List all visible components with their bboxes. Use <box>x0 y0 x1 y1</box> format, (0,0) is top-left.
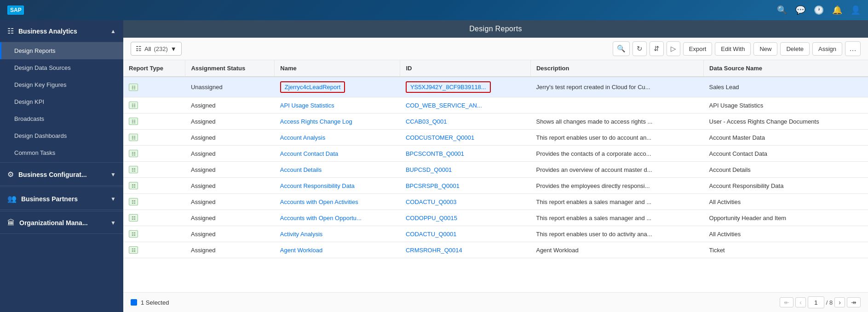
table-row[interactable]: ☷AssignedAgent WorkloadCRMSROHR_Q0014Age… <box>123 242 868 258</box>
search-icon[interactable]: 🔍 <box>777 5 787 15</box>
sidebar-item-common-tasks[interactable]: Common Tasks <box>0 144 123 161</box>
report-id-link[interactable]: CODACTU_Q0001 <box>406 231 457 238</box>
prev-page-button[interactable]: ‹ <box>795 297 806 307</box>
org-management-label: Organizational Mana... <box>19 219 88 227</box>
chevron-down-icon-1: ▼ <box>110 171 116 178</box>
cell-name: Agent Workload <box>275 242 400 258</box>
cell-id: BPCSRSPB_Q0001 <box>400 178 531 194</box>
last-page-button[interactable]: ↠ <box>847 297 861 307</box>
section-icon-group-4: 🏛 Organizational Mana... <box>7 219 88 227</box>
top-header: SAP 🔍 💬 🕐 🔔 👤 <box>0 0 868 20</box>
table-row[interactable]: ☷AssignedAccess Rights Change LogCCAB03_… <box>123 113 868 130</box>
report-name-link[interactable]: Activity Analysis <box>280 231 322 238</box>
cell-report-type: ☷ <box>123 194 185 210</box>
reports-table: Report Type Assignment Status Name ID De… <box>123 60 868 258</box>
sidebar-section-org-management[interactable]: 🏛 Organizational Mana... ▼ <box>0 212 123 234</box>
table-row[interactable]: ☷UnassignedZjerryc4cLeadReportYS5XJ942Y_… <box>123 77 868 97</box>
clock-icon[interactable]: 🕐 <box>814 5 824 15</box>
table-row[interactable]: ☷AssignedAccounts with Open ActivitiesCO… <box>123 194 868 210</box>
user-icon[interactable]: 👤 <box>851 5 861 15</box>
cell-description <box>530 97 703 113</box>
first-page-button[interactable]: ↞ <box>780 297 793 307</box>
sidebar-item-design-key-figures[interactable]: Design Key Figures <box>0 76 123 93</box>
cell-report-type: ☷ <box>123 77 185 97</box>
sidebar-item-broadcasts[interactable]: Broadcasts <box>0 110 123 127</box>
report-name-link[interactable]: Access Rights Change Log <box>280 118 352 125</box>
sidebar-separator-3 <box>0 211 123 211</box>
col-description: Description <box>530 60 703 77</box>
filter-button[interactable]: ▷ <box>667 41 680 56</box>
report-name-link[interactable]: Accounts with Open Opportu... <box>280 215 362 221</box>
next-page-button[interactable]: › <box>834 297 845 307</box>
sort-button[interactable]: ⇵ <box>650 41 664 56</box>
message-icon[interactable]: 💬 <box>795 5 805 15</box>
chevron-down-icon-3: ▼ <box>110 220 116 226</box>
cell-description: Provides the contacts of a corporate acc… <box>530 146 703 162</box>
cell-assignment-status: Assigned <box>185 194 275 210</box>
cell-id: BPCSCONTB_Q0001 <box>400 146 531 162</box>
table-row[interactable]: ☷AssignedAccount AnalysisCODCUSTOMER_Q00… <box>123 130 868 146</box>
chevron-down-icon-2: ▼ <box>110 196 116 202</box>
table-row[interactable]: ☷AssignedAccount Responsibility DataBPCS… <box>123 178 868 194</box>
gear-icon: ⚙ <box>7 170 14 179</box>
cell-data-source-name: All Activities <box>704 194 868 210</box>
report-name-link[interactable]: Account Details <box>280 166 322 173</box>
report-name-link[interactable]: Account Contact Data <box>280 150 338 157</box>
sidebar-section-business-partners[interactable]: 👥 Business Partners ▼ <box>0 188 123 210</box>
sidebar-item-design-data-sources[interactable]: Design Data Sources <box>0 59 123 76</box>
report-id-link[interactable]: CCAB03_Q001 <box>406 118 447 125</box>
chevron-up-icon: ▲ <box>110 28 116 34</box>
sidebar-item-design-dashboards[interactable]: Design Dashboards <box>0 127 123 144</box>
edit-with-button[interactable]: Edit With <box>715 42 751 56</box>
report-name-link[interactable]: Account Responsibility Data <box>280 182 355 189</box>
col-assignment-status: Assignment Status <box>185 60 275 77</box>
refresh-button[interactable]: ↻ <box>632 41 647 56</box>
report-id-link[interactable]: COD_WEB_SERVICE_AN... <box>406 102 482 109</box>
cell-data-source-name: User - Access Rights Change Documents <box>704 113 868 130</box>
bell-icon[interactable]: 🔔 <box>832 5 842 15</box>
report-id-link[interactable]: CODOPPU_Q0015 <box>406 215 457 221</box>
report-id-link[interactable]: BPCSRSPB_Q0001 <box>406 182 460 189</box>
report-type-icon: ☷ <box>129 102 138 109</box>
report-id-link[interactable]: YS5XJ942Y_8CF9B39118... <box>410 84 486 91</box>
report-id-link[interactable]: CRMSROHR_Q0014 <box>406 247 462 254</box>
report-id-link[interactable]: BUPCSD_Q0001 <box>406 166 452 173</box>
filter-count: (232) <box>154 45 167 52</box>
cell-name: Zjerryc4cLeadReport <box>275 77 400 97</box>
report-name-link[interactable]: Agent Workload <box>280 247 322 254</box>
sidebar-section-business-analytics[interactable]: ☷ Business Analytics ▲ <box>0 20 123 42</box>
report-id-link[interactable]: BPCSCONTB_Q0001 <box>406 150 464 157</box>
cell-name: Account Analysis <box>275 130 400 146</box>
cell-description: This report enables user to do account a… <box>530 130 703 146</box>
search-button[interactable]: 🔍 <box>613 41 630 56</box>
filter-dropdown-button[interactable]: ☷ All (232) ▼ <box>131 42 182 56</box>
table-row[interactable]: ☷AssignedActivity AnalysisCODACTU_Q0001T… <box>123 226 868 242</box>
page-number-input[interactable] <box>808 296 824 308</box>
table-row[interactable]: ☷AssignedAccount Contact DataBPCSCONTB_Q… <box>123 146 868 162</box>
cell-assignment-status: Assigned <box>185 113 275 130</box>
cell-data-source-name: Opportunity Header and Item <box>704 210 868 226</box>
cell-data-source-name: Account Contact Data <box>704 146 868 162</box>
report-id-link[interactable]: CODCUSTOMER_Q0001 <box>406 134 474 141</box>
cell-name: Account Contact Data <box>275 146 400 162</box>
export-button[interactable]: Export <box>683 42 713 56</box>
cell-report-type: ☷ <box>123 162 185 178</box>
report-id-link[interactable]: CODACTU_Q0003 <box>406 199 457 205</box>
report-name-link[interactable]: Account Analysis <box>280 134 325 141</box>
selected-count-label: 1 Selected <box>141 299 169 306</box>
selected-count-area: 1 Selected <box>131 299 169 306</box>
table-row[interactable]: ☷AssignedAccount DetailsBUPCSD_Q0001Prov… <box>123 162 868 178</box>
report-name-link[interactable]: Accounts with Open Activities <box>280 199 358 205</box>
report-name-link[interactable]: API Usage Statistics <box>280 102 334 109</box>
table-row[interactable]: ☷AssignedAccounts with Open Opportu...CO… <box>123 210 868 226</box>
sidebar-item-design-reports[interactable]: Design Reports <box>0 42 123 59</box>
new-button[interactable]: New <box>753 42 777 56</box>
report-name-link[interactable]: Zjerryc4cLeadReport <box>285 84 340 91</box>
sidebar-item-design-kpi[interactable]: Design KPI <box>0 93 123 110</box>
more-button[interactable]: … <box>845 41 861 56</box>
assign-button[interactable]: Assign <box>812 42 842 56</box>
table-row[interactable]: ☷AssignedAPI Usage StatisticsCOD_WEB_SER… <box>123 97 868 113</box>
delete-button[interactable]: Delete <box>780 42 810 56</box>
sidebar-section-business-configuration[interactable]: ⚙ Business Configurat... ▼ <box>0 164 123 186</box>
col-data-source: Data Source Name <box>704 60 868 77</box>
